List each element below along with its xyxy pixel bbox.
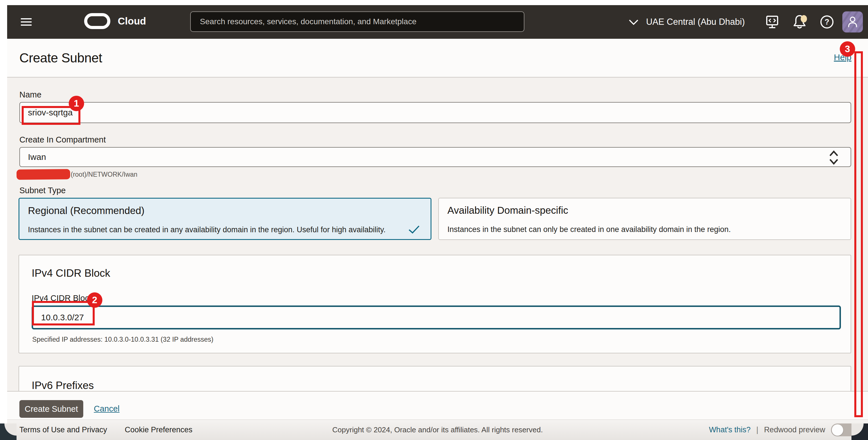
name-field-label: Name <box>20 90 41 99</box>
help-button[interactable]: ? <box>813 8 841 36</box>
form-action-bar: Create Subnet Cancel <box>7 391 868 419</box>
region-selector[interactable]: UAE Central (Abu Dhabi) <box>628 17 745 27</box>
toggle-knob <box>832 424 843 436</box>
user-avatar[interactable] <box>842 11 863 33</box>
whats-this-link[interactable]: What's this? <box>709 426 750 434</box>
redwood-preview-label: Redwood preview <box>764 426 825 434</box>
subnet-type-label: Subnet Type <box>20 186 66 195</box>
ipv4-range-hint: Specified IP addresses: 10.0.3.0-10.0.3.… <box>32 336 213 343</box>
region-label: UAE Central (Abu Dhabi) <box>646 17 745 27</box>
name-input[interactable] <box>20 102 851 123</box>
cancel-link[interactable]: Cancel <box>94 404 120 413</box>
ipv4-section-title: IPv4 CIDR Block <box>32 267 111 279</box>
subnet-type-option-ad-specific[interactable]: Availability Domain-specific Instances i… <box>438 198 851 240</box>
svg-text:?: ? <box>825 18 830 26</box>
person-icon <box>846 15 859 29</box>
footer-separator: | <box>756 426 758 434</box>
chevron-down-icon <box>628 19 639 25</box>
ipv6-section-title: IPv6 Prefixes <box>32 380 94 392</box>
console-footer: Copyright © 2024, Oracle and/or its affi… <box>7 419 868 440</box>
window-corner-dark-right <box>851 424 868 440</box>
cloud-shell-icon <box>765 14 780 29</box>
browser-viewport: Cloud UAE Central (Abu Dhabi) <box>7 5 868 440</box>
notification-badge <box>801 15 807 23</box>
console-header: Cloud UAE Central (Abu Dhabi) <box>7 5 868 39</box>
compartment-field-label: Create In Compartment <box>20 135 106 144</box>
cookie-preferences-link[interactable]: Cookie Preferences <box>125 426 192 434</box>
global-search[interactable] <box>190 11 524 32</box>
card-title: Regional (Recommended) <box>28 205 145 216</box>
form-content: Name Create In Compartment Iwan (root)/N… <box>7 78 868 391</box>
card-description: Instances in the subnet can be created i… <box>28 226 385 234</box>
annotation-box-3 <box>854 51 863 417</box>
compartment-path-hint: (root)/NETWORK/Iwan <box>71 171 137 178</box>
screenshot-stage: Cloud UAE Central (Abu Dhabi) <box>0 0 868 440</box>
subnet-type-option-regional[interactable]: Regional (Recommended) Instances in the … <box>19 198 431 240</box>
terms-link[interactable]: Terms of Use and Privacy <box>20 426 107 434</box>
hamburger-menu-icon[interactable] <box>21 16 32 27</box>
card-description: Instances in the subnet can only be crea… <box>447 225 731 234</box>
header-right-group: UAE Central (Abu Dhabi) <box>628 5 868 39</box>
annotation-badge-1: 1 <box>69 96 84 111</box>
cloud-shell-button[interactable] <box>758 8 786 36</box>
page-title: Create Subnet <box>20 50 102 66</box>
ipv4-cidr-panel: IPv4 CIDR Block IPv4 CIDR Block Specifie… <box>19 255 851 353</box>
annotation-badge-3: 3 <box>840 41 855 57</box>
brand-label: Cloud <box>118 15 146 27</box>
annotation-badge-2: 2 <box>87 293 102 308</box>
window-corner-dark-left <box>0 424 17 440</box>
checkmark-icon <box>408 225 420 234</box>
card-title: Availability Domain-specific <box>447 205 568 216</box>
question-mark-icon: ? <box>819 14 834 29</box>
oracle-o-icon <box>84 13 111 29</box>
select-stepper-icon <box>828 149 840 166</box>
compartment-selected-value: Iwan <box>28 152 46 162</box>
annotation-box-2 <box>32 301 95 326</box>
ipv4-cidr-input[interactable] <box>32 305 841 330</box>
create-subnet-button[interactable]: Create Subnet <box>20 400 83 418</box>
page-title-band: Create Subnet Help <box>7 39 868 77</box>
oracle-cloud-logo[interactable]: Cloud <box>84 13 146 29</box>
compartment-select[interactable]: Iwan <box>20 147 851 167</box>
notifications-button[interactable] <box>786 8 813 36</box>
search-input[interactable] <box>200 17 515 26</box>
redaction-marker <box>17 169 70 180</box>
